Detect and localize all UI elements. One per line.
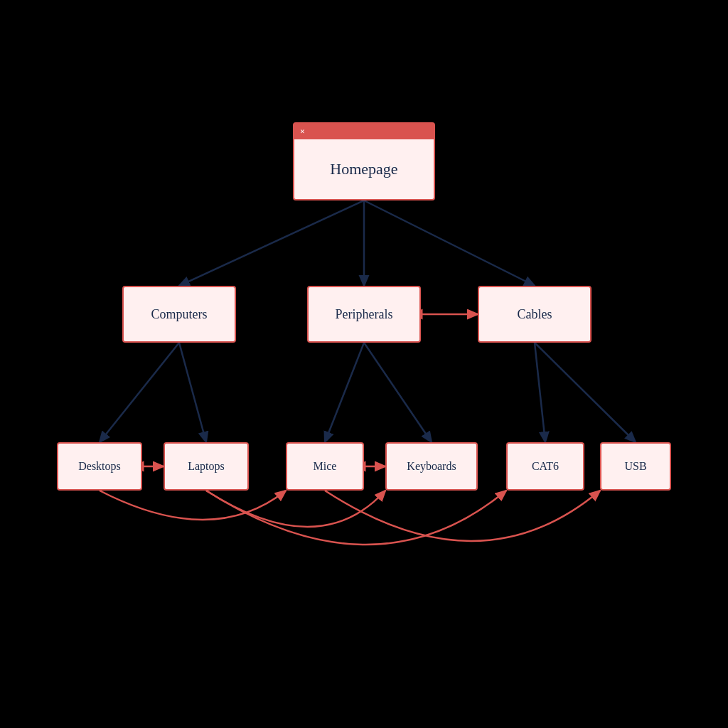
node-laptops: Laptops xyxy=(164,442,249,491)
svg-line-6 xyxy=(364,343,432,442)
svg-line-4 xyxy=(179,343,206,442)
cat6-label: CAT6 xyxy=(523,444,567,489)
computers-label: Computers xyxy=(143,287,216,341)
node-peripherals: Peripherals xyxy=(307,286,421,343)
cables-label: Cables xyxy=(509,287,561,341)
desktops-label: Desktops xyxy=(70,444,129,489)
homepage-label: Homepage xyxy=(320,139,407,199)
node-cables: Cables xyxy=(478,286,592,343)
keyboards-label: Keyboards xyxy=(398,444,464,489)
node-homepage: × Homepage xyxy=(293,122,435,200)
svg-line-0 xyxy=(179,200,364,286)
node-cat6: CAT6 xyxy=(506,442,584,491)
node-keyboards: Keyboards xyxy=(385,442,478,491)
site-map-diagram: × Homepage Computers Peripherals Cables … xyxy=(44,80,684,648)
node-mice: Mice xyxy=(286,442,364,491)
svg-line-7 xyxy=(535,343,545,442)
usb-label: USB xyxy=(616,444,655,489)
svg-line-5 xyxy=(325,343,364,442)
peripherals-label: Peripherals xyxy=(327,287,402,341)
svg-line-3 xyxy=(100,343,179,442)
svg-line-2 xyxy=(364,200,535,286)
close-icon: × xyxy=(300,127,305,137)
homepage-titlebar: × xyxy=(294,124,434,139)
node-desktops: Desktops xyxy=(57,442,142,491)
svg-line-8 xyxy=(535,343,636,442)
node-usb: USB xyxy=(600,442,671,491)
node-computers: Computers xyxy=(122,286,236,343)
laptops-label: Laptops xyxy=(179,444,233,489)
mice-label: Mice xyxy=(305,444,346,489)
